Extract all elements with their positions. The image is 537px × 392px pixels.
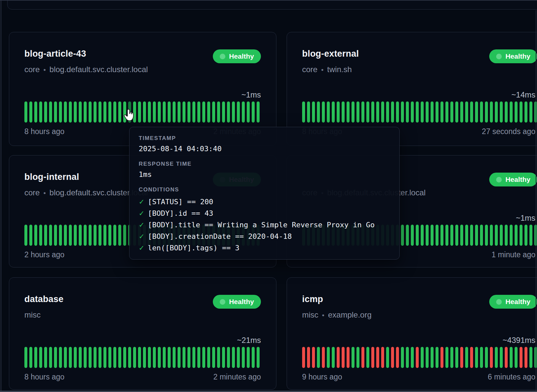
health-bar[interactable] bbox=[99, 225, 101, 246]
health-bar[interactable] bbox=[401, 347, 404, 368]
health-bar[interactable] bbox=[485, 101, 488, 123]
health-bar[interactable] bbox=[500, 347, 503, 368]
health-bar[interactable] bbox=[337, 347, 340, 368]
health-bar[interactable] bbox=[217, 347, 220, 368]
health-bar[interactable] bbox=[490, 347, 493, 368]
health-bar[interactable] bbox=[411, 101, 414, 123]
health-bar[interactable] bbox=[337, 101, 340, 123]
health-bar[interactable] bbox=[197, 347, 200, 368]
health-bar[interactable] bbox=[108, 101, 111, 123]
health-bar[interactable] bbox=[401, 101, 404, 123]
health-bar[interactable] bbox=[183, 347, 185, 368]
health-bar[interactable] bbox=[34, 347, 37, 368]
health-bar[interactable] bbox=[475, 101, 478, 123]
health-bar[interactable] bbox=[187, 347, 190, 368]
health-bar[interactable] bbox=[84, 225, 87, 246]
health-bar[interactable] bbox=[361, 101, 364, 123]
health-bar[interactable] bbox=[510, 101, 513, 123]
health-bar[interactable] bbox=[356, 347, 359, 368]
health-bar[interactable] bbox=[118, 347, 121, 368]
health-bar[interactable] bbox=[332, 101, 335, 123]
health-bar[interactable] bbox=[192, 101, 195, 123]
health-bar[interactable] bbox=[242, 347, 245, 368]
health-bar[interactable] bbox=[529, 225, 532, 246]
health-bar[interactable] bbox=[207, 101, 210, 123]
health-bar[interactable] bbox=[391, 347, 394, 368]
health-bar[interactable] bbox=[227, 347, 230, 368]
health-bar[interactable] bbox=[386, 347, 389, 368]
health-bar[interactable] bbox=[426, 225, 429, 246]
health-bar[interactable] bbox=[232, 101, 235, 123]
health-bar[interactable] bbox=[421, 347, 424, 368]
health-bar[interactable] bbox=[54, 347, 57, 368]
health-bar[interactable] bbox=[252, 101, 255, 123]
health-bar[interactable] bbox=[436, 347, 438, 368]
health-bar[interactable] bbox=[460, 225, 463, 246]
health-bar[interactable] bbox=[187, 101, 190, 123]
health-bar[interactable] bbox=[44, 347, 47, 368]
health-bar[interactable] bbox=[470, 347, 473, 368]
health-bar[interactable] bbox=[485, 225, 488, 246]
health-bar[interactable] bbox=[401, 225, 404, 246]
health-bar[interactable] bbox=[327, 347, 330, 368]
health-bar[interactable] bbox=[138, 101, 141, 123]
health-bar[interactable] bbox=[89, 347, 92, 368]
health-bar[interactable] bbox=[524, 225, 527, 246]
health-bar[interactable] bbox=[406, 101, 409, 123]
health-bar[interactable] bbox=[113, 347, 116, 368]
health-bar[interactable] bbox=[168, 347, 171, 368]
health-bar[interactable] bbox=[366, 101, 369, 123]
health-bar[interactable] bbox=[94, 101, 97, 123]
health-bar[interactable] bbox=[416, 347, 419, 368]
health-bar[interactable] bbox=[123, 347, 126, 368]
health-bar[interactable] bbox=[173, 347, 176, 368]
health-bar[interactable] bbox=[168, 101, 171, 123]
health-bar[interactable] bbox=[515, 347, 518, 368]
health-bar[interactable] bbox=[69, 101, 72, 123]
health-bar[interactable] bbox=[242, 101, 245, 123]
health-bar[interactable] bbox=[94, 225, 97, 246]
health-bar[interactable] bbox=[515, 101, 518, 123]
health-bar[interactable] bbox=[24, 347, 27, 368]
health-bar[interactable] bbox=[227, 101, 230, 123]
health-bar[interactable] bbox=[490, 101, 493, 123]
health-bar[interactable] bbox=[361, 347, 364, 368]
health-bar[interactable] bbox=[510, 347, 513, 368]
health-bar[interactable] bbox=[524, 347, 527, 368]
health-bar[interactable] bbox=[173, 101, 176, 123]
health-bar[interactable] bbox=[197, 101, 200, 123]
health-bar[interactable] bbox=[133, 101, 136, 123]
health-bar[interactable] bbox=[128, 347, 131, 368]
health-bar[interactable] bbox=[178, 101, 181, 123]
health-bar[interactable] bbox=[49, 225, 52, 246]
health-bar[interactable] bbox=[391, 101, 394, 123]
health-bar[interactable] bbox=[143, 101, 146, 123]
health-bar[interactable] bbox=[89, 101, 92, 123]
health-bar[interactable] bbox=[322, 101, 325, 123]
health-bar[interactable] bbox=[505, 101, 508, 123]
health-bar[interactable] bbox=[163, 101, 166, 123]
health-bar[interactable] bbox=[376, 101, 379, 123]
health-bar[interactable] bbox=[520, 347, 523, 368]
health-bar[interactable] bbox=[381, 101, 384, 123]
health-bar[interactable] bbox=[158, 101, 161, 123]
health-bar[interactable] bbox=[490, 225, 493, 246]
health-bar[interactable] bbox=[495, 347, 498, 368]
health-bar[interactable] bbox=[529, 101, 532, 123]
health-bar[interactable] bbox=[29, 225, 32, 246]
health-bar[interactable] bbox=[123, 225, 126, 246]
health-bar[interactable] bbox=[396, 101, 399, 123]
health-bar[interactable] bbox=[113, 101, 116, 123]
health-bar[interactable] bbox=[510, 225, 513, 246]
health-bar[interactable] bbox=[148, 101, 151, 123]
health-bar[interactable] bbox=[123, 101, 126, 123]
health-bar[interactable] bbox=[386, 101, 389, 123]
health-bar[interactable] bbox=[485, 347, 488, 368]
health-bar[interactable] bbox=[450, 101, 453, 123]
health-bar[interactable] bbox=[302, 101, 305, 123]
health-bar[interactable] bbox=[342, 347, 345, 368]
health-bar[interactable] bbox=[148, 347, 151, 368]
health-bar[interactable] bbox=[202, 101, 205, 123]
health-bar[interactable] bbox=[529, 347, 532, 368]
health-bar[interactable] bbox=[54, 225, 57, 246]
